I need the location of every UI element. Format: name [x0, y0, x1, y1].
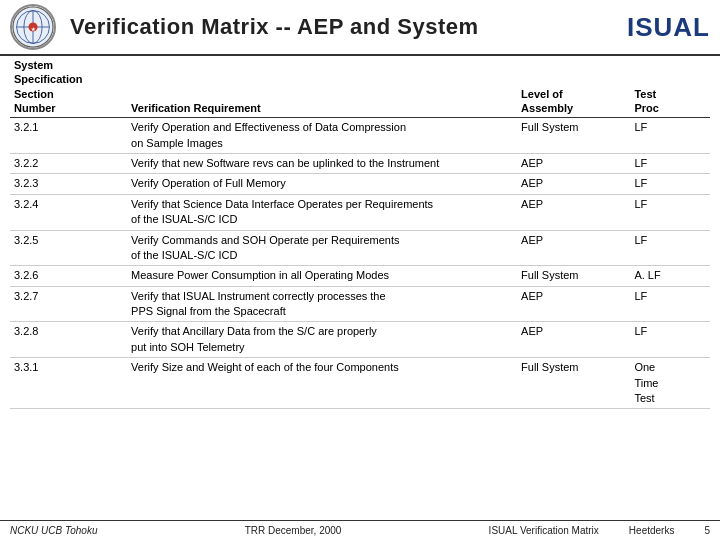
level-cell: Full System	[517, 118, 630, 154]
requirement-cell: Verify Size and Weight of each of the fo…	[127, 358, 517, 409]
footer-author: Heetderks	[629, 525, 675, 536]
proc-cell: LF	[630, 194, 710, 230]
level-cell: Full System	[517, 358, 630, 409]
requirement-cell: Verify that new Software revs can be upl…	[127, 153, 517, 173]
level-cell: AEP	[517, 230, 630, 266]
page-header: ★ Verification Matrix -- AEP and System …	[0, 0, 720, 56]
table-row: 3.2.4Verify that Science Data Interface …	[10, 194, 710, 230]
requirement-cell: Measure Power Consumption in all Operati…	[127, 266, 517, 286]
proc-cell: LF	[630, 118, 710, 154]
footer-event: TRR December, 2000	[245, 525, 342, 536]
requirement-cell: Verify Operation of Full Memory	[127, 174, 517, 194]
table-row: 3.2.7Verify that ISUAL Instrument correc…	[10, 286, 710, 322]
table-row: 3.2.1Verify Operation and Effectiveness …	[10, 118, 710, 154]
footer-institutions: NCKU UCB Tohoku	[10, 525, 97, 536]
proc-cell: LF	[630, 153, 710, 173]
table-row: 3.2.5Verify Commands and SOH Operate per…	[10, 230, 710, 266]
proc-cell: LF	[630, 174, 710, 194]
table-row: 3.2.8Verify that Ancillary Data from the…	[10, 322, 710, 358]
proc-header: Test Proc	[630, 56, 710, 118]
level-cell: AEP	[517, 286, 630, 322]
main-table-container: System Specification Section Number Veri…	[0, 56, 720, 409]
level-header: Level of Assembly	[517, 56, 630, 118]
section-number-cell: 3.2.1	[10, 118, 127, 154]
section-number-cell: 3.2.2	[10, 153, 127, 173]
proc-cell: LF	[630, 230, 710, 266]
page-title: Verification Matrix -- AEP and System	[70, 14, 627, 40]
sys-spec-header: System Specification Section Number	[10, 56, 127, 118]
section-number-cell: 3.2.8	[10, 322, 127, 358]
footer-matrix-label: ISUAL Verification Matrix	[489, 525, 599, 536]
table-row: 3.3.1Verify Size and Weight of each of t…	[10, 358, 710, 409]
page-footer: NCKU UCB Tohoku TRR December, 2000 ISUAL…	[0, 520, 720, 540]
section-number-cell: 3.2.4	[10, 194, 127, 230]
section-number-cell: 3.2.6	[10, 266, 127, 286]
proc-cell: LF	[630, 286, 710, 322]
level-cell: AEP	[517, 322, 630, 358]
section-number-cell: 3.2.5	[10, 230, 127, 266]
section-number-cell: 3.2.7	[10, 286, 127, 322]
requirement-cell: Verify that Science Data Interface Opera…	[127, 194, 517, 230]
table-row: 3.2.6Measure Power Consumption in all Op…	[10, 266, 710, 286]
footer-page: 5	[704, 525, 710, 536]
requirement-cell: Verify that ISUAL Instrument correctly p…	[127, 286, 517, 322]
level-cell: AEP	[517, 174, 630, 194]
table-row: 3.2.2Verify that new Software revs can b…	[10, 153, 710, 173]
requirement-cell: Verify Operation and Effectiveness of Da…	[127, 118, 517, 154]
requirement-cell: Verify Commands and SOH Operate per Requ…	[127, 230, 517, 266]
section-number-cell: 3.2.3	[10, 174, 127, 194]
table-row: 3.2.3Verify Operation of Full MemoryAEPL…	[10, 174, 710, 194]
proc-cell: LF	[630, 322, 710, 358]
proc-cell: One Time Test	[630, 358, 710, 409]
requirement-header: Verification Requirement	[127, 56, 517, 118]
header-logo-icon: ★	[10, 4, 56, 50]
section-number-cell: 3.3.1	[10, 358, 127, 409]
level-cell: Full System	[517, 266, 630, 286]
proc-cell: A. LF	[630, 266, 710, 286]
requirement-cell: Verify that Ancillary Data from the S/C …	[127, 322, 517, 358]
verification-matrix-table: System Specification Section Number Veri…	[10, 56, 710, 409]
table-header-row: System Specification Section Number Veri…	[10, 56, 710, 118]
level-cell: AEP	[517, 153, 630, 173]
footer-right-section: ISUAL Verification Matrix Heetderks 5	[489, 525, 710, 536]
level-cell: AEP	[517, 194, 630, 230]
isual-logo-text: ISUAL	[627, 12, 710, 43]
